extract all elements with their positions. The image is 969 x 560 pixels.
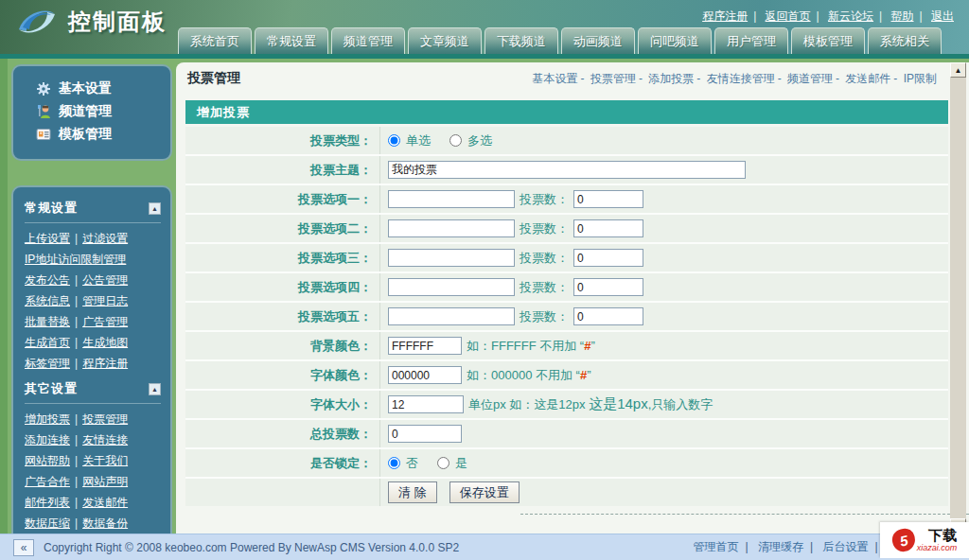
vote-type-multi-radio[interactable] xyxy=(449,134,462,147)
top-link[interactable]: 程序注册 xyxy=(702,9,748,23)
vote-count-label: 投票数： xyxy=(520,279,569,296)
sidebar-link[interactable]: 公告管理 xyxy=(82,273,128,287)
save-settings-button[interactable]: 保存设置 xyxy=(449,481,520,503)
vote-count-input[interactable] xyxy=(573,278,643,296)
lock-no-label[interactable]: 否 xyxy=(406,455,418,472)
sidebar-link[interactable]: 生成首页 xyxy=(25,336,70,349)
font-color-input[interactable] xyxy=(388,366,462,384)
footer-link[interactable]: 管理首页 xyxy=(694,540,739,553)
font-size-input[interactable] xyxy=(388,395,464,413)
sidebar-link[interactable]: 广告合作 xyxy=(25,475,70,488)
vote-type-single-radio[interactable] xyxy=(388,134,400,147)
nav-tab[interactable]: 文章频道 xyxy=(408,27,482,54)
sidebar-link[interactable]: 网站声明 xyxy=(82,475,128,488)
total-votes-label: 总投票数： xyxy=(185,420,380,447)
content-scrollbar[interactable]: ▲ ▼ xyxy=(950,62,966,534)
top-link[interactable]: 新云论坛 xyxy=(828,9,873,23)
nav-tab[interactable]: 问吧频道 xyxy=(638,27,712,54)
sidebar-link[interactable]: 网站帮助 xyxy=(25,454,70,467)
vote-type-single-label[interactable]: 单选 xyxy=(406,132,431,149)
vote-option-input[interactable] xyxy=(388,219,515,237)
vote-count-input[interactable] xyxy=(573,307,643,325)
sidebar-link[interactable]: 标签管理 xyxy=(25,357,70,370)
nav-tab[interactable]: 下载频道 xyxy=(484,27,558,54)
vote-count-label: 投票数： xyxy=(520,191,569,208)
empty-label-cell xyxy=(185,479,380,506)
lock-no-radio[interactable] xyxy=(388,457,400,469)
vote-option-input[interactable] xyxy=(388,190,515,208)
top-link[interactable]: 帮助 xyxy=(891,9,914,23)
breadcrumb-link[interactable]: 添加投票 xyxy=(648,72,694,85)
bg-color-input[interactable] xyxy=(388,337,462,355)
nav-tab[interactable]: 常规设置 xyxy=(255,27,328,54)
nav-tabs: 系统首页 常规设置 频道管理 文章频道 下载频道 动画频道 问吧频道 用户管理 … xyxy=(178,27,942,54)
sidebar-link-row: 生成首页|生成地图 xyxy=(25,332,161,353)
sidebar-link[interactable]: 批量替换 xyxy=(25,315,70,328)
sidebar-link[interactable]: 数据压缩 xyxy=(25,516,70,530)
breadcrumb-link[interactable]: 友情连接管理 xyxy=(707,72,775,85)
sidebar-link[interactable]: 系统信息 xyxy=(25,294,70,307)
sidebar-link[interactable]: 邮件列表 xyxy=(25,496,70,509)
sidebar-link[interactable]: 过滤设置 xyxy=(82,232,128,245)
nav-tab[interactable]: 用户管理 xyxy=(714,27,788,54)
total-votes-input[interactable] xyxy=(388,425,462,443)
footer-collapse-button[interactable]: « xyxy=(13,539,34,556)
sidebar-link[interactable]: 关于我们 xyxy=(82,454,128,467)
vote-option-input[interactable] xyxy=(388,278,515,296)
sidebar-link-row: 系统信息|管理日志 xyxy=(25,290,161,311)
sidebar-link[interactable]: 上传设置 xyxy=(25,232,70,245)
vote-type-multi-label[interactable]: 多选 xyxy=(467,132,492,149)
footer-link[interactable]: 清理缓存 xyxy=(758,540,803,553)
breadcrumb-link[interactable]: 发送邮件 xyxy=(845,72,890,85)
collapse-section-button[interactable]: ▲ xyxy=(149,383,161,395)
sidebar-link[interactable]: 友情连接 xyxy=(82,433,128,446)
sidebar-link[interactable]: 管理日志 xyxy=(82,294,128,307)
breadcrumb-link[interactable]: 频道管理 xyxy=(787,72,833,85)
sidebar-link[interactable]: 增加投票 xyxy=(25,412,70,426)
vote-count-input[interactable] xyxy=(573,190,643,208)
clear-button[interactable]: 清 除 xyxy=(388,481,437,503)
breadcrumb-link[interactable]: 基本设置 xyxy=(533,72,578,85)
sidebar-item-label: 频道管理 xyxy=(59,103,112,120)
footer-link[interactable]: 后台设置 xyxy=(823,540,869,553)
sidebar-link[interactable]: 添加连接 xyxy=(25,433,70,446)
nav-tab[interactable]: 频道管理 xyxy=(331,27,405,54)
vote-option-input[interactable] xyxy=(388,249,515,267)
sidebar-link[interactable]: 程序注册 xyxy=(82,357,128,370)
divider xyxy=(25,222,161,223)
sidebar-link[interactable]: IP地址访问限制管理 xyxy=(25,253,126,266)
sidebar-section-title: 其它设置 xyxy=(25,380,78,397)
nav-tab[interactable]: 模板管理 xyxy=(791,27,865,54)
lock-yes-label[interactable]: 是 xyxy=(455,455,467,472)
sidebar-link[interactable]: 广告管理 xyxy=(82,315,128,328)
top-link[interactable]: 退出 xyxy=(931,9,954,23)
breadcrumb-link[interactable]: IP限制 xyxy=(904,72,937,85)
sidebar-link-row: 添加连接|友情连接 xyxy=(25,429,161,450)
sidebar-section-header: 常规设置 ▲ xyxy=(25,197,161,219)
sidebar-link[interactable]: 投票管理 xyxy=(82,412,128,426)
vote-option-input[interactable] xyxy=(388,307,515,325)
logo-swirl-icon xyxy=(15,5,59,39)
sidebar-link[interactable]: 生成地图 xyxy=(82,336,128,349)
collapse-section-button[interactable]: ▲ xyxy=(149,202,161,215)
breadcrumb: 基本设置- 投票管理- 添加投票- 友情连接管理- 频道管理- 发送邮件- IP… xyxy=(533,71,937,87)
sidebar-item-label: 模板管理 xyxy=(59,126,112,143)
divider xyxy=(25,403,161,404)
sidebar-item-basic-settings[interactable]: 基本设置 xyxy=(36,78,163,100)
sidebar-link[interactable]: 数据备份 xyxy=(82,516,128,530)
sidebar-item-template-management[interactable]: 模板管理 xyxy=(36,123,163,146)
sidebar-link-row: IP地址访问限制管理 xyxy=(25,249,161,270)
breadcrumb-link[interactable]: 投票管理 xyxy=(590,72,636,85)
scroll-up-button[interactable]: ▲ xyxy=(950,62,966,78)
sidebar-link[interactable]: 发布公告 xyxy=(25,273,70,287)
vote-count-input[interactable] xyxy=(573,219,643,237)
nav-tab[interactable]: 动画频道 xyxy=(561,27,635,54)
sidebar-link[interactable]: 发送邮件 xyxy=(82,496,128,509)
vote-count-input[interactable] xyxy=(573,249,643,267)
vote-subject-input[interactable] xyxy=(388,161,746,179)
sidebar-item-channel-management[interactable]: 频道管理 xyxy=(36,100,163,123)
nav-tab[interactable]: 系统首页 xyxy=(178,27,252,54)
nav-tab[interactable]: 系统相关 xyxy=(868,27,942,54)
top-link[interactable]: 返回首页 xyxy=(766,9,811,23)
lock-yes-radio[interactable] xyxy=(437,457,449,469)
